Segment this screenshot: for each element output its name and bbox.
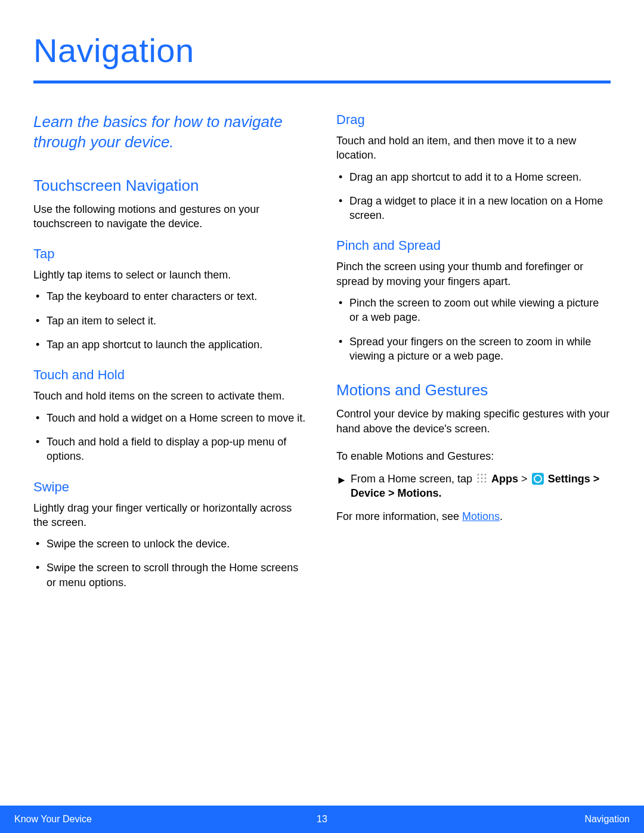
more-suffix: . xyxy=(500,510,503,522)
list-tap: Tap the keyboard to enter characters or … xyxy=(33,289,308,352)
left-column: Learn the basics for how to navigate thr… xyxy=(33,112,308,599)
intro-text: Learn the basics for how to navigate thr… xyxy=(33,112,308,153)
body-pinch: Pinch the screen using your thumb and fo… xyxy=(336,259,611,289)
svg-point-5 xyxy=(485,478,487,479)
svg-point-7 xyxy=(481,481,483,483)
list-item: Tap an app shortcut to launch the applic… xyxy=(33,337,308,352)
svg-point-6 xyxy=(478,481,479,483)
period: . xyxy=(439,487,442,499)
footer: Know Your Device 13 Navigation xyxy=(0,806,644,833)
list-item: Tap the keyboard to enter characters or … xyxy=(33,289,308,304)
heading-hold: Touch and Hold xyxy=(33,367,308,383)
list-item: Touch and hold a widget on a Home screen… xyxy=(33,411,308,425)
apps-icon xyxy=(476,473,487,484)
body-touchscreen: Use the following motions and gestures o… xyxy=(33,202,308,231)
settings-icon xyxy=(532,473,544,485)
body-hold: Touch and hold items on the screen to ac… xyxy=(33,389,308,403)
list-item: Tap an item to select it. xyxy=(33,314,308,328)
svg-point-2 xyxy=(485,474,487,476)
heading-motions: Motions and Gestures xyxy=(336,381,611,400)
heading-drag: Drag xyxy=(336,112,611,128)
heading-pinch: Pinch and Spread xyxy=(336,238,611,253)
list-pinch: Pinch the screen to zoom out while viewi… xyxy=(336,296,611,363)
svg-point-1 xyxy=(481,474,483,476)
footer-left: Know Your Device xyxy=(14,814,92,825)
svg-point-3 xyxy=(478,478,479,479)
list-item: Touch and hold a field to display a pop-… xyxy=(33,435,308,464)
enable-label: To enable Motions and Gestures: xyxy=(336,449,611,463)
list-item: Swipe the screen to unlock the device. xyxy=(33,537,308,551)
play-icon: ► xyxy=(336,473,347,487)
list-item: Pinch the screen to zoom out while viewi… xyxy=(336,296,611,325)
svg-point-4 xyxy=(481,478,483,479)
body-drag: Touch and hold an item, and then move it… xyxy=(336,134,611,163)
body-swipe: Lightly drag your finger vertically or h… xyxy=(33,501,308,530)
step-prefix: From a Home screen, tap xyxy=(351,473,475,485)
motions-link[interactable]: Motions xyxy=(462,510,500,522)
heading-swipe: Swipe xyxy=(33,479,308,495)
svg-point-8 xyxy=(485,481,487,483)
list-item: Spread your fingers on the screen to zoo… xyxy=(336,335,611,364)
list-hold: Touch and hold a widget on a Home screen… xyxy=(33,411,308,464)
footer-right: Navigation xyxy=(584,814,630,825)
svg-point-0 xyxy=(478,474,479,476)
footer-page-number: 13 xyxy=(317,814,327,825)
heading-tap: Tap xyxy=(33,246,308,262)
more-info-line: For more information, see Motions. xyxy=(336,509,611,524)
body-motions: Control your device by making specific g… xyxy=(336,407,611,436)
list-item: Drag an app shortcut to add it to a Home… xyxy=(336,170,611,184)
sep: > xyxy=(521,473,531,485)
apps-label: Apps xyxy=(491,473,518,485)
right-column: Drag Touch and hold an item, and then mo… xyxy=(336,112,611,599)
step-line: ► From a Home screen, tap Apps > Setting… xyxy=(336,472,611,501)
list-item: Drag a widget to place it in a new locat… xyxy=(336,194,611,223)
title-rule xyxy=(33,80,611,83)
heading-touchscreen: Touchscreen Navigation xyxy=(33,176,308,195)
list-swipe: Swipe the screen to unlock the device. S… xyxy=(33,537,308,590)
list-item: Swipe the screen to scroll through the H… xyxy=(33,561,308,590)
settings-label: Settings xyxy=(548,473,590,485)
columns: Learn the basics for how to navigate thr… xyxy=(33,112,611,599)
list-drag: Drag an app shortcut to add it to a Home… xyxy=(336,170,611,223)
page-title: Navigation xyxy=(33,31,611,70)
page: Navigation Learn the basics for how to n… xyxy=(0,0,644,833)
body-tap: Lightly tap items to select or launch th… xyxy=(33,268,308,282)
more-prefix: For more information, see xyxy=(336,510,462,522)
